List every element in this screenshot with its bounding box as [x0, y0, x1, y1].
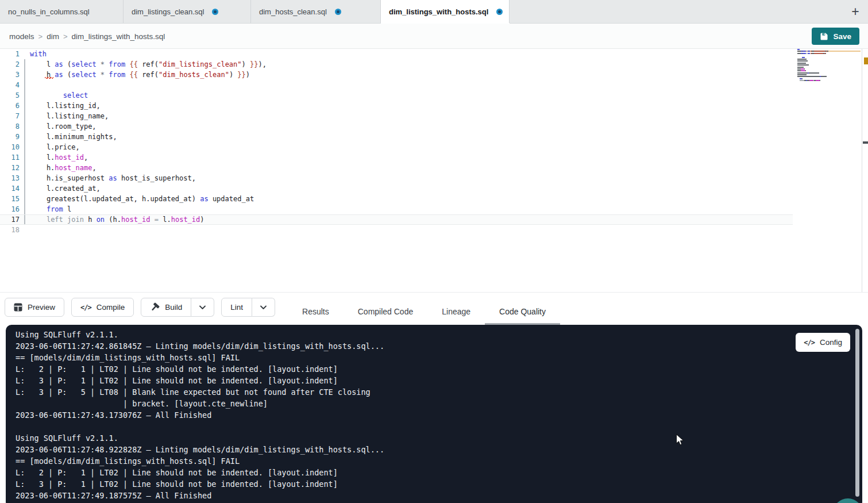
- line-number: 6: [0, 102, 20, 110]
- minimap[interactable]: [797, 49, 861, 86]
- code-line-14: 14 l.created_at,: [0, 183, 793, 194]
- breadcrumb-item[interactable]: models: [9, 32, 34, 41]
- help-bubble-button[interactable]: [833, 498, 863, 503]
- gutter-change-marker: [20, 204, 30, 214]
- save-label: Save: [833, 32, 851, 41]
- gutter-change-marker: [20, 132, 30, 142]
- breadcrumb-separator: >: [63, 32, 68, 41]
- log-line: | bracket. [layout.cte_newline]: [16, 398, 793, 409]
- code-line-17: 17 left join h on (h.host_id = l.host_id…: [0, 214, 793, 225]
- lint-log-output: Using SQLFluff v2.1.1.2023-06-06T11:27:4…: [16, 329, 793, 501]
- minimap-line: [797, 64, 861, 66]
- minimap-line: [797, 68, 861, 70]
- code-line-4: 4: [0, 80, 793, 90]
- build-label: Build: [165, 303, 182, 312]
- code-text: l as (select * from {{ ref("dim_listings…: [30, 60, 267, 68]
- new-tab-button[interactable]: +: [846, 2, 865, 21]
- build-button[interactable]: Build: [141, 298, 191, 317]
- minimap-line: [797, 63, 861, 64]
- code-text: h.is_superhost as host_is_superhost,: [30, 174, 196, 182]
- lint-dropdown-button[interactable]: [252, 298, 275, 317]
- preview-button[interactable]: Preview: [5, 298, 64, 317]
- gutter-change-marker: [20, 111, 30, 121]
- gutter-change-marker: [20, 183, 30, 194]
- line-number: 12: [0, 164, 20, 172]
- gutter-change-marker: [20, 215, 30, 224]
- gutter-change-marker: [20, 59, 30, 70]
- minimap-line: [797, 72, 861, 74]
- code-line-8: 8 l.room_type,: [0, 121, 793, 132]
- log-line: == [models/dim/dim_listings_with_hosts.s…: [16, 352, 793, 363]
- build-dropdown-button[interactable]: [191, 298, 214, 317]
- log-line: 2023-06-06T11:27:48.922828Z — Linting mo…: [16, 444, 793, 455]
- action-toolbar: Preview </> Compile Build: [0, 292, 868, 325]
- minimap-line: [797, 60, 861, 62]
- line-number: 13: [0, 174, 20, 182]
- code-text: h.host_name,: [30, 164, 97, 172]
- log-line: Using SQLFluff v2.1.1.: [16, 432, 793, 444]
- code-line-5: 5 select: [0, 90, 793, 101]
- minimap-line: [797, 78, 861, 79]
- breadcrumb-item[interactable]: dim_listings_with_hosts.sql: [71, 32, 165, 41]
- gutter-change-marker: [20, 80, 30, 90]
- hammer-icon: [150, 302, 160, 312]
- build-button-group: Build: [141, 298, 214, 317]
- save-button[interactable]: Save: [812, 28, 859, 45]
- code-text: select: [30, 91, 88, 99]
- file-tab-dim_listings_clean.sql[interactable]: dim_listings_clean.sql: [124, 0, 251, 23]
- terminal-scrollbar[interactable]: [855, 329, 859, 497]
- config-button[interactable]: </> Config: [796, 333, 850, 352]
- breadcrumb-item[interactable]: dim: [47, 32, 59, 41]
- minimap-line: [797, 53, 861, 54]
- code-line-7: 7 l.listing_name,: [0, 111, 793, 121]
- file-tab-label: dim_hosts_clean.sql: [259, 7, 327, 16]
- gutter-change-marker: [20, 225, 30, 235]
- minimap-line: [797, 59, 861, 60]
- tab-lineage[interactable]: Lineage: [427, 298, 485, 325]
- log-line: L: 3 | P: 5 | LT08 | Blank line expected…: [16, 386, 793, 398]
- file-tab-dim_hosts_clean.sql[interactable]: dim_hosts_clean.sql: [251, 0, 381, 23]
- tab-code-quality[interactable]: Code Quality: [485, 298, 560, 325]
- tab-compiled-code[interactable]: Compiled Code: [344, 298, 428, 325]
- line-number: 10: [0, 143, 20, 151]
- editor-scrollbar-track[interactable]: [862, 49, 862, 292]
- file-tab-dim_listings_with_hosts.sql[interactable]: dim_listings_with_hosts.sql: [381, 0, 510, 23]
- unsaved-dot-icon: [212, 9, 218, 15]
- line-number: 11: [0, 153, 20, 162]
- line-number: 15: [0, 195, 20, 203]
- code-editor[interactable]: 1with2 l as (select * from {{ ref("dim_l…: [0, 49, 868, 292]
- file-tab-no_nulls_in_columns.sql[interactable]: no_nulls_in_columns.sql: [0, 0, 124, 23]
- scrollbar-cursor-mark: [863, 141, 868, 144]
- code-line-2: 2 l as (select * from {{ ref("dim_listin…: [0, 59, 793, 70]
- gutter-change-marker: [20, 49, 30, 59]
- gutter-change-marker: [20, 101, 30, 111]
- code-line-6: 6 l.listing_id,: [0, 101, 793, 111]
- file-header-bar: models>dim>dim_listings_with_hosts.sql S…: [0, 24, 868, 49]
- log-line: L: 2 | P: 1 | LT02 | Line should not be …: [16, 363, 793, 375]
- line-number: 14: [0, 185, 20, 193]
- log-line: L: 2 | P: 1 | LT02 | Line should not be …: [16, 467, 793, 478]
- lint-squiggle: [45, 77, 53, 79]
- code-line-10: 10 l.price,: [0, 142, 793, 152]
- code-icon: </>: [804, 339, 815, 347]
- gutter-change-marker: [20, 90, 30, 101]
- code-text: from l: [30, 205, 71, 213]
- log-line: 2023-06-06T11:27:43.173076Z — All Finish…: [16, 409, 793, 421]
- line-number: 3: [0, 71, 20, 79]
- terminal-panel: Using SQLFluff v2.1.1.2023-06-06T11:27:4…: [6, 325, 862, 503]
- line-number: 8: [0, 122, 20, 130]
- lint-button[interactable]: Lint: [221, 298, 252, 317]
- code-line-18: 18: [0, 225, 793, 235]
- file-tab-label: dim_listings_clean.sql: [132, 7, 204, 16]
- gutter-change-marker: [20, 163, 30, 173]
- result-panel-tabs: ResultsCompiled CodeLineageCode Quality: [288, 298, 560, 325]
- compile-label: Compile: [97, 303, 125, 312]
- compile-button[interactable]: </> Compile: [71, 298, 134, 317]
- minimap-line: [797, 80, 861, 81]
- code-text: l.created_at,: [30, 185, 101, 193]
- tab-results[interactable]: Results: [288, 298, 344, 325]
- dbt-ide-window: no_nulls_in_columns.sqldim_listings_clea…: [0, 0, 868, 503]
- gutter-change-marker: [20, 152, 30, 163]
- code-line-1: 1with: [0, 49, 793, 59]
- gutter-change-marker: [20, 70, 30, 80]
